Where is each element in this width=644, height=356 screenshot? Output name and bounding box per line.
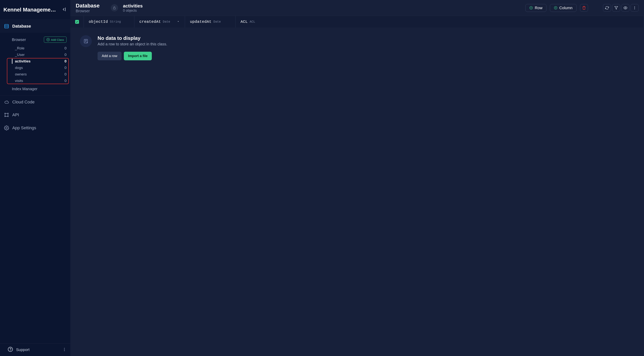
class-item-user[interactable]: _User 0 (0, 51, 70, 58)
column-type: ACL (250, 20, 255, 23)
class-count: 0 (64, 59, 66, 63)
api-icon (4, 112, 9, 118)
add-a-row-button[interactable]: Add a row (98, 52, 122, 60)
class-count: 0 (64, 79, 66, 83)
page-title: Database (76, 2, 100, 9)
app-name: Kennel Management … (4, 7, 57, 13)
main-content: Database Browser activities 0 objects Ro… (70, 0, 644, 356)
class-title: activities (123, 3, 143, 8)
support-label: Support (16, 348, 30, 352)
column-type: String (110, 20, 121, 23)
database-icon (4, 23, 9, 29)
empty-actions: Add a row Import a file (98, 52, 167, 60)
class-list: _Role 0 _User 0 activities 0 dogs 0 (0, 45, 70, 84)
filter-icon (614, 6, 618, 10)
class-item-dogs[interactable]: dogs 0 (0, 64, 70, 71)
empty-state-badge (80, 35, 92, 47)
column-type: Date (214, 20, 221, 23)
browser-section: Browser Add Class _Role 0 _User 0 acti (0, 33, 70, 95)
class-name: _Role (15, 46, 24, 50)
data-area: No data to display Add a row to store an… (70, 27, 644, 356)
column-header-objectid[interactable]: objectId String (84, 16, 134, 27)
svg-point-10 (64, 349, 65, 350)
browser-label[interactable]: Browser (12, 37, 26, 42)
refresh-button[interactable] (603, 4, 611, 12)
svg-point-11 (64, 350, 65, 351)
class-name: dogs (15, 66, 23, 70)
svg-rect-12 (113, 8, 116, 9)
select-all-checkbox[interactable] (75, 20, 79, 24)
support-link[interactable]: Support (8, 347, 30, 353)
plus-circle-icon (46, 38, 50, 41)
add-row-button[interactable]: Row (525, 4, 546, 12)
add-class-label: Add Class (51, 38, 64, 41)
column-header-createdat[interactable]: createdAt Date (134, 16, 185, 27)
toolbar: Database Browser activities 0 objects Ro… (70, 0, 644, 16)
column-headers-row: objectId String createdAt Date updatedAt… (70, 16, 644, 27)
nav-item-app-settings[interactable]: App Settings (0, 121, 70, 134)
object-count: 0 objects (123, 8, 143, 13)
trash-icon (582, 6, 586, 10)
column-name: updatedAt (190, 19, 212, 24)
unlock-icon (113, 6, 116, 9)
empty-state: No data to display Add a row to store an… (80, 35, 634, 60)
class-count: 0 (64, 53, 66, 57)
column-name: objectId (89, 19, 108, 24)
page-title-block: Database Browser (76, 2, 100, 13)
plus-circle-icon (554, 6, 557, 9)
class-name: owners (15, 72, 27, 76)
refresh-icon (605, 6, 609, 10)
nav-label-app-settings: App Settings (12, 125, 36, 130)
svg-point-4 (4, 116, 5, 117)
index-manager-link[interactable]: Index Manager (0, 84, 70, 94)
sidebar-footer: Support (0, 343, 70, 356)
class-item-role[interactable]: _Role 0 (0, 45, 70, 51)
collapse-sidebar-icon[interactable] (62, 7, 67, 13)
visibility-button[interactable] (622, 4, 630, 12)
nav-label-database: Database (12, 24, 31, 29)
class-item-owners[interactable]: owners 0 (0, 71, 70, 77)
nav-section: Database Browser Add Class _Role 0 _User… (0, 20, 70, 134)
empty-message: Add a row to store an object in this cla… (98, 42, 167, 46)
page-subtitle: Browser (76, 9, 100, 13)
class-item-activities[interactable]: activities 0 (0, 58, 70, 64)
add-class-button[interactable]: Add Class (44, 36, 66, 43)
svg-point-3 (8, 113, 8, 114)
browser-header: Browser Add Class (0, 34, 70, 45)
nav-item-cloud-code[interactable]: Cloud Code (0, 95, 70, 108)
add-column-label: Column (559, 6, 572, 10)
column-header-acl[interactable]: ACL ACL (236, 16, 644, 27)
class-title-block: activities 0 objects (123, 3, 143, 13)
add-row-label: Row (535, 6, 542, 10)
import-file-button[interactable]: Import a file (124, 52, 152, 60)
class-count: 0 (64, 46, 66, 50)
column-header-updatedat[interactable]: updatedAt Date (185, 16, 236, 27)
sidebar: Kennel Management … Database Browser Add… (0, 0, 70, 356)
plus-circle-icon (530, 6, 533, 9)
more-options-button[interactable] (630, 4, 639, 12)
nav-item-database[interactable]: Database (0, 20, 70, 33)
column-name: ACL (240, 19, 248, 24)
nav-label-api: API (12, 112, 19, 117)
filter-button[interactable] (612, 4, 620, 12)
more-vertical-icon (633, 6, 636, 10)
column-name: createdAt (139, 19, 161, 24)
svg-point-16 (634, 6, 635, 7)
class-lock-indicator[interactable] (111, 4, 118, 11)
class-count: 0 (64, 66, 66, 70)
class-name: activities (15, 59, 30, 63)
more-vertical-icon[interactable] (62, 348, 66, 352)
empty-text-block: No data to display Add a row to store an… (98, 35, 167, 60)
svg-point-2 (4, 113, 5, 114)
svg-point-18 (634, 8, 635, 9)
check-icon (76, 20, 78, 23)
nav-item-api[interactable]: API (0, 108, 70, 121)
delete-button[interactable] (580, 4, 588, 12)
svg-point-9 (64, 348, 65, 349)
sidebar-header: Kennel Management … (0, 0, 70, 20)
svg-rect-0 (4, 24, 8, 28)
svg-point-15 (625, 7, 626, 8)
add-column-button[interactable]: Column (550, 4, 576, 12)
class-name: visits (15, 79, 23, 83)
class-item-visits[interactable]: visits 0 (0, 77, 70, 84)
